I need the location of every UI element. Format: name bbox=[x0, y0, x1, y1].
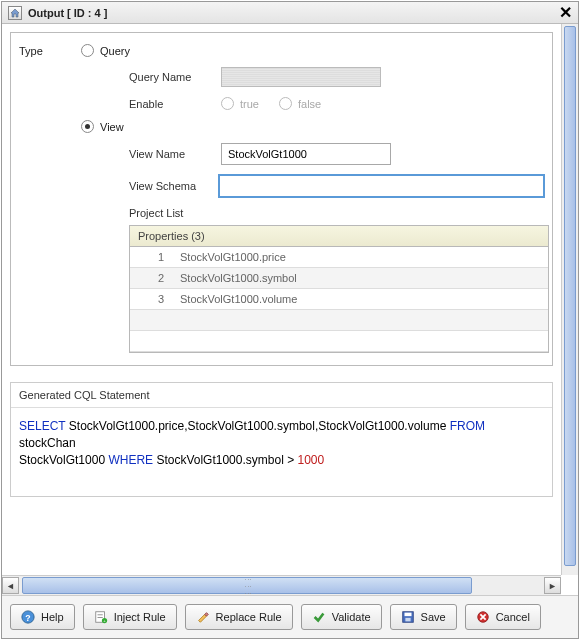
cancel-button[interactable]: Cancel bbox=[465, 604, 541, 630]
scroll-left-icon[interactable]: ◄ bbox=[2, 577, 19, 594]
view-name-label: View Name bbox=[129, 148, 221, 160]
cancel-icon bbox=[476, 610, 490, 624]
help-button[interactable]: ? Help bbox=[10, 604, 75, 630]
vertical-scrollbar[interactable] bbox=[561, 24, 578, 575]
inject-rule-button[interactable]: + Inject Rule bbox=[83, 604, 177, 630]
svg-rect-8 bbox=[404, 613, 411, 617]
window-title: Output [ ID : 4 ] bbox=[28, 7, 107, 19]
svg-text:+: + bbox=[103, 618, 106, 623]
vertical-scroll-thumb[interactable] bbox=[564, 26, 576, 566]
svg-rect-9 bbox=[405, 618, 410, 622]
query-name-input bbox=[221, 67, 381, 87]
view-schema-label: View Schema bbox=[129, 180, 219, 192]
table-row bbox=[130, 331, 548, 352]
home-icon[interactable] bbox=[8, 6, 22, 20]
horizontal-scrollbar[interactable]: ◄ ► bbox=[2, 575, 561, 595]
type-label: Type bbox=[19, 45, 65, 57]
check-icon bbox=[312, 610, 326, 624]
properties-grid: Properties (3) 1 StockVolGt1000.price 2 … bbox=[129, 225, 549, 353]
button-bar: ? Help + Inject Rule Replace Rule Valida… bbox=[2, 595, 578, 638]
svg-rect-3 bbox=[97, 614, 102, 615]
view-subform: View Name View Schema Project List Prope… bbox=[129, 143, 544, 353]
radio-false bbox=[279, 97, 292, 110]
output-dialog: Output [ ID : 4 ] ✕ Type Query Query Nam… bbox=[1, 1, 579, 639]
generated-cql-box: Generated CQL Statement SELECT StockVolG… bbox=[10, 382, 553, 497]
radio-true bbox=[221, 97, 234, 110]
query-subform: Query Name Enable true false bbox=[129, 67, 544, 110]
view-name-input[interactable] bbox=[221, 143, 391, 165]
table-row bbox=[130, 310, 548, 331]
validate-button[interactable]: Validate bbox=[301, 604, 382, 630]
radio-view[interactable] bbox=[81, 120, 94, 133]
enable-label: Enable bbox=[129, 98, 221, 110]
close-icon[interactable]: ✕ bbox=[559, 3, 572, 22]
cql-title: Generated CQL Statement bbox=[11, 383, 552, 408]
radio-view-label: View bbox=[100, 121, 124, 133]
replace-rule-button[interactable]: Replace Rule bbox=[185, 604, 293, 630]
svg-text:?: ? bbox=[25, 613, 30, 623]
type-form: Type Query Query Name Enable true bbox=[10, 32, 553, 366]
help-icon: ? bbox=[21, 610, 35, 624]
svg-rect-4 bbox=[97, 617, 102, 618]
false-label: false bbox=[298, 98, 321, 110]
save-button[interactable]: Save bbox=[390, 604, 457, 630]
inject-icon: + bbox=[94, 610, 108, 624]
query-name-label: Query Name bbox=[129, 71, 221, 83]
table-row[interactable]: 3 StockVolGt1000.volume bbox=[130, 289, 548, 310]
content-area: Type Query Query Name Enable true bbox=[2, 24, 578, 595]
grid-header: Properties (3) bbox=[130, 226, 548, 247]
true-label: true bbox=[240, 98, 259, 110]
view-schema-input[interactable] bbox=[219, 175, 544, 197]
radio-query-label: Query bbox=[100, 45, 130, 57]
table-row[interactable]: 2 StockVolGt1000.symbol bbox=[130, 268, 548, 289]
replace-icon bbox=[196, 610, 210, 624]
horizontal-scroll-thumb[interactable] bbox=[22, 577, 472, 594]
save-icon bbox=[401, 610, 415, 624]
radio-query[interactable] bbox=[81, 44, 94, 57]
scroll-right-icon[interactable]: ► bbox=[544, 577, 561, 594]
titlebar: Output [ ID : 4 ] ✕ bbox=[2, 2, 578, 24]
project-list-label: Project List bbox=[129, 207, 544, 219]
cql-body: SELECT StockVolGt1000.price,StockVolGt10… bbox=[11, 408, 552, 496]
table-row[interactable]: 1 StockVolGt1000.price bbox=[130, 247, 548, 268]
